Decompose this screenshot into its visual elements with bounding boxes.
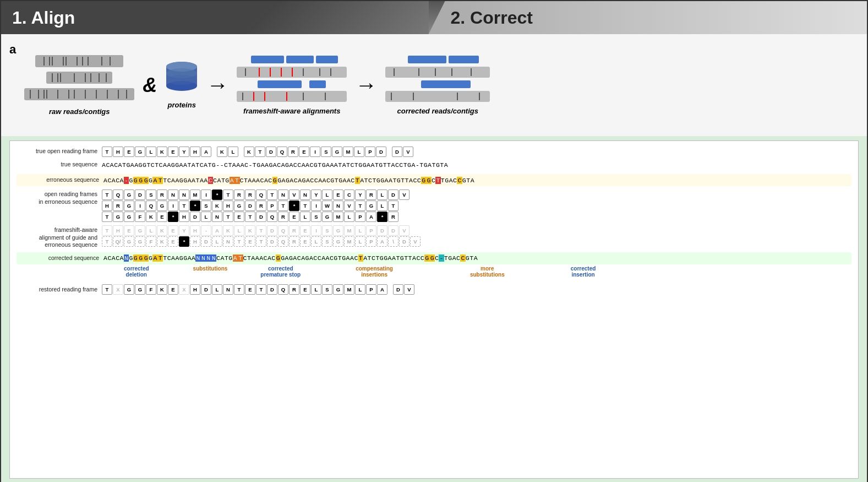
header-correct-label: 2. Correct xyxy=(451,8,533,28)
true-orf-boxes: THEGLKEYHA KL KTDQREISGMLPD DV xyxy=(102,147,413,157)
ann-compensating: compensating xyxy=(356,266,393,272)
fa-row-2: TQ/GGFKE*HDLNTETDQRELSGMLPA\DV xyxy=(102,236,421,247)
erroneous-seq-row: erroneous sequence ACACA-GGGGGATTCAAGGAA… xyxy=(17,174,851,186)
fa-row-1: THEGLKEYH-AKLKTDQREISGMLPDDV xyxy=(102,225,421,236)
header-align-label: 1. Align xyxy=(12,8,75,28)
orf-rows: open reading framesin erroneous sequence… xyxy=(17,189,851,222)
orf-row-2: HRGIQGIT*SKHGDRPT*TIWNVTGLT xyxy=(102,201,410,211)
orf-label: open reading framesin erroneous sequence xyxy=(17,189,102,205)
corrected-seq-row: corrected sequence ACACANGGGGGATTCAAGGAA… xyxy=(17,252,851,264)
header-correct: 2. Correct xyxy=(429,1,867,34)
ann-more-subs: more xyxy=(481,266,494,272)
true-seq-text: ACACATGAAGGTCTCAAGGAATATCATG--CTAAAC-TGA… xyxy=(102,161,448,169)
main-container: 1. Align 2. Correct a xyxy=(0,0,868,482)
proteins-label: proteins xyxy=(168,101,196,109)
corrected-seq-label: corrected sequence xyxy=(18,254,103,262)
annotation-row: corrected deletion substitutions correct… xyxy=(17,266,851,281)
frameshift-align-rows: frameshift-awarealignment of guide ander… xyxy=(17,225,851,249)
restored-rf-label: restored reading frame xyxy=(17,286,102,294)
arrow-1: → xyxy=(206,73,228,98)
db-svg xyxy=(165,61,198,97)
ann-corrected-stop: corrected xyxy=(268,266,293,272)
restored-rf-row: restored reading frame TXGGFKEXHDLNTETDQ… xyxy=(17,284,851,296)
database-icon: proteins xyxy=(165,61,198,109)
raw-reads-group: raw reads/contigs xyxy=(24,55,134,116)
header-align: 1. Align xyxy=(1,1,429,34)
section-a-label: a xyxy=(9,40,16,57)
ann-substitutions1: substitutions xyxy=(193,266,228,272)
true-orf-label: true open reading frame xyxy=(17,148,102,155)
frameshift-align-label: frameshift-awarealignment of guide ander… xyxy=(17,225,102,249)
true-orf-row: true open reading frame THEGLKEYHA KL KT… xyxy=(17,145,851,158)
section-b: true open reading frame THEGLKEYHA KL KT… xyxy=(1,136,867,482)
content-body: a xyxy=(1,34,867,482)
b-inner: true open reading frame THEGLKEYHA KL KT… xyxy=(9,140,859,479)
read-bar-1 xyxy=(35,55,123,67)
erroneous-seq-label: erroneous sequence xyxy=(18,176,103,184)
corrected-seq-text: ACACANGGGGGATTCAAGGAANNNNCATGATCTAAACACG… xyxy=(103,254,478,262)
read-bar-2 xyxy=(46,72,112,84)
true-seq-row: true sequence ACACATGAAGGTCTCAAGGAATATCA… xyxy=(17,159,851,171)
corrected-reads-label: corrected reads/contigs xyxy=(397,107,478,115)
operator-and: & xyxy=(143,74,157,97)
corrected-reads-vis: corrected reads/contigs xyxy=(385,56,490,115)
true-seq-label: true sequence xyxy=(17,161,102,169)
alignment-vis: frameshift-aware alignments xyxy=(237,56,347,115)
ann-corrected-deletion: corrected xyxy=(124,266,149,272)
svg-point-5 xyxy=(166,75,197,85)
read-bar-3 xyxy=(24,88,134,100)
orf-row-3: TGGFKE*HDLNTETDQRELSGMLPA*R xyxy=(102,212,410,222)
section-a: a xyxy=(1,34,867,136)
restored-rf-boxes: TXGGFKEXHDLNTETDQRELSGMLPADV xyxy=(102,284,414,295)
erroneous-seq-text: ACACA-GGGGGATTCAAGGAATAACCATGATCTAAACACG… xyxy=(103,177,474,184)
orf-row-1: TQGDSRNNMI*TRRQTNVNYLECYRLDV xyxy=(102,189,410,200)
ann-corrected-insertion: corrected xyxy=(571,266,596,272)
header: 1. Align 2. Correct xyxy=(1,1,867,34)
alignments-label: frameshift-aware alignments xyxy=(243,107,340,115)
reads-label: raw reads/contigs xyxy=(49,107,110,116)
aa-T: T xyxy=(102,147,112,157)
arrow-2: → xyxy=(355,73,377,98)
